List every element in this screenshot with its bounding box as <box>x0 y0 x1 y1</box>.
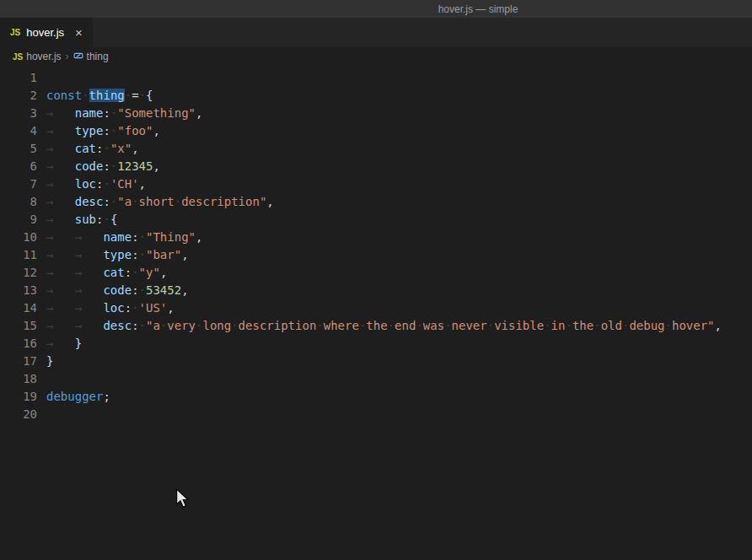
line-number[interactable]: 12 <box>0 264 37 282</box>
breadcrumb: JS hover.js › thing <box>0 47 752 66</box>
tab-hover-js[interactable]: JS hover.js × <box>0 18 93 47</box>
code-line[interactable]: 20 <box>0 406 752 423</box>
code-line[interactable]: 16→} <box>0 335 752 353</box>
line-number[interactable]: 5 <box>0 140 37 158</box>
line-number[interactable]: 15 <box>0 317 37 335</box>
breadcrumb-symbol[interactable]: thing <box>73 51 109 63</box>
code-text: →loc:·'CH', <box>46 175 146 193</box>
code-text: →cat:·"x", <box>46 140 139 158</box>
code-text: →→cat:·"y", <box>46 264 167 282</box>
mouse-cursor <box>175 488 190 512</box>
breadcrumb-file[interactable]: JS hover.js <box>13 51 62 62</box>
line-number[interactable]: 20 <box>0 406 37 423</box>
line-number[interactable]: 17 <box>0 353 37 370</box>
symbol-variable-icon <box>73 51 83 63</box>
code-line[interactable]: 2const·thing·=·{ <box>0 87 752 105</box>
line-number[interactable]: 4 <box>0 122 37 140</box>
code-text: →→name:·"Thing", <box>46 229 202 246</box>
code-text: →code:·12345, <box>46 158 160 175</box>
line-number[interactable]: 7 <box>0 175 37 193</box>
javascript-file-icon: JS <box>10 28 20 37</box>
code-line[interactable]: 1 <box>0 69 752 87</box>
line-number[interactable]: 1 <box>0 69 37 87</box>
code-text: →→code:·53452, <box>46 282 189 299</box>
title-bar: hover.js — simple <box>0 0 752 18</box>
code-text: →type:·"foo", <box>46 122 160 140</box>
line-number[interactable]: 2 <box>0 87 37 105</box>
breadcrumb-file-label: hover.js <box>26 51 61 62</box>
line-number[interactable]: 13 <box>0 282 37 299</box>
chevron-right-icon: › <box>66 51 69 62</box>
code-line[interactable]: 9→sub:·{ <box>0 211 752 229</box>
close-tab-icon[interactable]: × <box>75 26 83 39</box>
line-number[interactable]: 10 <box>0 229 37 246</box>
code-line[interactable]: 19debugger; <box>0 388 752 406</box>
line-number[interactable]: 8 <box>0 193 37 211</box>
vscode-window: hover.js — simple JS hover.js × JS hover… <box>0 0 752 560</box>
code-line[interactable]: 12→→cat:·"y", <box>0 264 752 282</box>
code-line[interactable]: 14→→loc:·'US', <box>0 299 752 317</box>
code-text: →name:·"Something", <box>46 105 202 122</box>
line-number[interactable]: 18 <box>0 370 37 388</box>
code-line[interactable]: 3→name:·"Something", <box>0 105 752 122</box>
code-text: →desc:·"a·short·description", <box>46 193 274 211</box>
code-line[interactable]: 10→→name:·"Thing", <box>0 229 752 246</box>
code-line[interactable]: 8→desc:·"a·short·description", <box>0 193 752 211</box>
code-text: →→desc:·"a·very·long·description·where·t… <box>46 317 722 335</box>
code-text: const·thing·=·{ <box>46 87 153 105</box>
line-number[interactable]: 11 <box>0 246 37 264</box>
code-line[interactable]: 5→cat:·"x", <box>0 140 752 158</box>
code-text: →→loc:·'US', <box>46 299 175 317</box>
line-number[interactable]: 9 <box>0 211 37 229</box>
code-text: →→type:·"bar", <box>46 246 189 264</box>
code-line[interactable]: 13→→code:·53452, <box>0 282 752 299</box>
code-line[interactable]: 17} <box>0 353 752 370</box>
line-number[interactable]: 6 <box>0 158 37 175</box>
code-editor[interactable]: 12const·thing·=·{3→name:·"Something",4→t… <box>0 66 752 423</box>
window-title: hover.js — simple <box>438 3 518 15</box>
code-text: →sub:·{ <box>46 211 117 229</box>
line-number[interactable]: 16 <box>0 335 37 353</box>
tab-label: hover.js <box>26 26 64 39</box>
code-line[interactable]: 6→code:·12345, <box>0 158 752 175</box>
code-line[interactable]: 11→→type:·"bar", <box>0 246 752 264</box>
line-number[interactable]: 14 <box>0 299 37 317</box>
breadcrumb-symbol-label: thing <box>87 51 109 62</box>
code-line[interactable]: 15→→desc:·"a·very·long·description·where… <box>0 317 752 335</box>
code-line[interactable]: 18 <box>0 370 752 388</box>
javascript-file-icon: JS <box>13 52 23 62</box>
tab-bar: JS hover.js × <box>0 18 752 47</box>
code-text: →} <box>46 335 82 353</box>
code-line[interactable]: 7→loc:·'CH', <box>0 175 752 193</box>
line-number[interactable]: 19 <box>0 388 37 406</box>
code-text: debugger; <box>46 388 110 406</box>
line-number[interactable]: 3 <box>0 105 37 122</box>
code-lines: 12const·thing·=·{3→name:·"Something",4→t… <box>0 69 752 423</box>
code-line[interactable]: 4→type:·"foo", <box>0 122 752 140</box>
code-text: } <box>46 353 53 370</box>
